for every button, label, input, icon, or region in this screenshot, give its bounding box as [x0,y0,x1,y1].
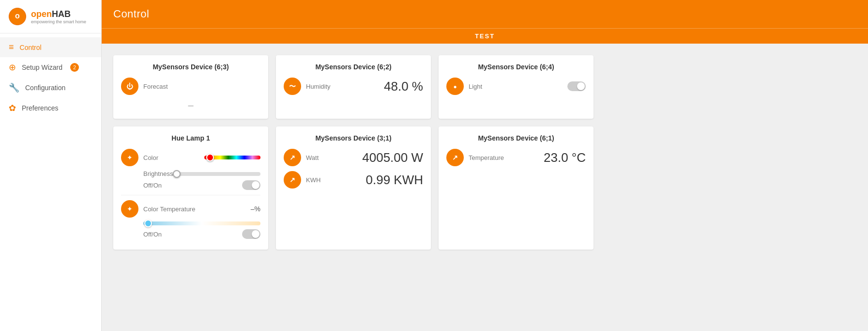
hue-divider [121,195,260,195]
sidebar-item-setup-wizard[interactable]: ⊕ Setup Wizard 2 [0,57,101,78]
light-icon [453,82,457,91]
logo-sub: empowering the smart home [31,19,86,24]
sidebar-item-configuration[interactable]: 🔧 Configuration [0,78,101,98]
offon2-row: Off/On [121,229,260,239]
plus-circle-icon: ⊕ [9,62,16,73]
humidity-card-title: MySensors Device (6;2) [284,63,423,71]
sidebar-item-control[interactable]: ≡ Control [0,37,101,57]
kwh-icon-circle [284,171,301,189]
color-temp-icon-circle [121,200,138,218]
sidebar-label-setup: Setup Wizard [22,63,62,71]
wrench-icon: 🔧 [9,82,19,93]
page-title: Control [113,8,149,20]
color-temp-slider[interactable] [143,221,260,225]
color-slider[interactable] [204,156,260,159]
watt-card: MySensors Device (3;1) Watt 4005.00 W KW… [276,126,431,250]
logo-text-block: openHAB empowering the smart home [31,9,86,24]
light-label: Light [469,83,563,90]
humidity-row: Humidity 48.0 % [284,78,423,95]
kwh-row: KWH 0.99 KWH [284,171,423,189]
light-card-title: MySensors Device (6;4) [446,63,586,71]
hue-lamp-title: Hue Lamp 1 [121,134,260,142]
light-icon-circle [446,78,464,95]
svg-text:o: o [15,12,20,20]
offon1-label: Off/On [143,182,162,189]
sidebar: o openHAB empowering the smart home ≡ Co… [0,0,102,331]
light-row: Light [446,78,586,95]
openhab-logo-icon: o [8,7,27,26]
temp-card-title: MySensors Device (6;1) [446,134,586,142]
kwh-icon [289,175,295,184]
sidebar-label-control: Control [20,44,42,51]
hue-lamp-card: Hue Lamp 1 Color Brightness Of [113,126,268,250]
temp-icon-circle [446,149,464,166]
color-icon [127,153,133,162]
color-temp-label: Color Temperature [143,205,246,213]
color-icon-circle [121,149,138,166]
temp-value: 23.0 °C [544,150,586,165]
humidity-icon-circle [284,78,301,95]
light-card: MySensors Device (6;4) Light [439,55,594,119]
brightness-label-row: Brightness [121,170,260,177]
forecast-label: Forecast [143,83,260,90]
color-temp-value: –% [251,205,260,213]
setup-wizard-badge: 2 [70,63,79,72]
watt-value: 4005.00 W [362,150,423,165]
forecast-icon [126,82,133,91]
header-bar: Control [102,0,868,28]
watt-icon-circle [284,149,301,166]
color-row: Color [121,149,260,166]
offon1-row: Off/On [121,180,260,190]
sidebar-nav: ≡ Control ⊕ Setup Wizard 2 🔧 Configurati… [0,33,101,118]
sliders-icon: ≡ [9,42,14,52]
content-grid: MySensors Device (6;3) Forecast – MySens… [102,44,868,331]
brightness-slider[interactable] [173,172,260,176]
sidebar-item-preferences[interactable]: ✿ Preferences [0,98,101,118]
color-label: Color [143,154,199,161]
temperature-card: MySensors Device (6;1) Temperature 23.0 … [439,126,594,250]
sub-header: TEST [102,28,868,44]
color-temp-row: Color Temperature –% [121,200,260,218]
watt-label: Watt [306,154,357,161]
humidity-label: Humidity [306,83,379,90]
main-area: Control TEST MySensors Device (6;3) Fore… [102,0,868,331]
light-toggle[interactable] [567,81,586,91]
forecast-card: MySensors Device (6;3) Forecast – [113,55,268,119]
kwh-value: 0.99 KWH [366,173,424,188]
sidebar-logo: o openHAB empowering the smart home [0,0,101,33]
offon2-label: Off/On [143,231,162,238]
temp-row: Temperature 23.0 °C [446,149,586,166]
watt-icon [289,153,295,162]
forecast-card-title: MySensors Device (6;3) [121,63,260,71]
humidity-value: 48.0 % [384,79,423,94]
brightness-thumb[interactable] [173,170,181,178]
watt-card-title: MySensors Device (3;1) [284,134,423,142]
color-temp-icon [127,205,133,213]
logo-main: openHAB [31,9,86,19]
sidebar-label-prefs: Preferences [22,104,58,112]
humidity-icon [289,82,296,91]
forecast-icon-circle [121,78,138,95]
forecast-value: – [121,100,260,111]
temp-icon [452,153,458,162]
kwh-label: KWH [306,176,361,184]
color-temp-thumb[interactable] [144,220,152,227]
sidebar-label-config: Configuration [25,84,65,92]
sub-header-label: TEST [475,32,495,40]
humidity-card: MySensors Device (6;2) Humidity 48.0 % [276,55,431,119]
offon2-toggle[interactable] [242,229,260,239]
offon1-toggle[interactable] [242,180,260,190]
watt-row: Watt 4005.00 W [284,149,423,166]
brightness-label: Brightness [143,170,173,177]
gear-icon: ✿ [9,103,16,113]
color-temp-slider-row [121,221,260,225]
temp-label: Temperature [469,154,539,161]
color-slider-thumb[interactable] [206,154,214,161]
forecast-row: Forecast [121,78,260,95]
